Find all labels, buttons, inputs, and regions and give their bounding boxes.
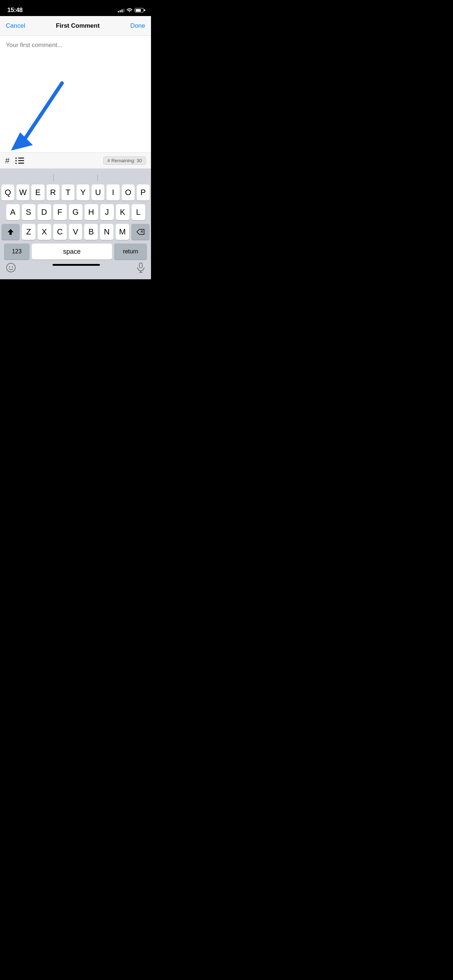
remaining-badge: # Remaining: 30 [103, 156, 146, 165]
wifi-icon [126, 8, 132, 13]
numbers-key[interactable]: 123 [4, 243, 30, 259]
key-k[interactable]: K [116, 204, 129, 220]
key-l[interactable]: L [132, 204, 145, 220]
key-u[interactable]: U [91, 185, 104, 200]
key-e[interactable]: E [31, 185, 44, 200]
nav-bar: Cancel First Comment Done [0, 16, 151, 36]
key-m[interactable]: M [116, 224, 129, 240]
return-key[interactable]: return [114, 243, 147, 259]
key-d[interactable]: D [38, 204, 51, 220]
shift-key[interactable] [2, 224, 20, 240]
status-bar: 15:48 [0, 0, 151, 16]
cancel-button[interactable]: Cancel [6, 22, 25, 30]
key-s[interactable]: S [22, 204, 35, 220]
content-area [0, 36, 151, 153]
key-row-1: Q W E R T Y U I O P [2, 185, 150, 200]
mic-button[interactable] [136, 262, 145, 275]
key-x[interactable]: X [38, 224, 51, 240]
comment-textarea[interactable] [0, 36, 151, 153]
keyboard-top-bar [0, 169, 151, 183]
svg-point-3 [9, 266, 10, 267]
key-o[interactable]: O [122, 185, 135, 200]
key-n[interactable]: N [100, 224, 113, 240]
svg-rect-5 [139, 263, 142, 268]
svg-point-2 [6, 263, 15, 272]
keyboard-area: Q W E R T Y U I O P A S D F G H J K L [0, 169, 151, 279]
cursor-line-left [53, 174, 54, 181]
toolbar: # # Remaining: 30 [0, 153, 151, 169]
battery-icon [135, 8, 144, 13]
key-v[interactable]: V [69, 224, 83, 240]
key-p[interactable]: P [137, 185, 150, 200]
key-h[interactable]: H [85, 204, 98, 220]
key-w[interactable]: W [16, 185, 29, 200]
key-g[interactable]: G [69, 204, 83, 220]
nav-title: First Comment [56, 22, 100, 30]
key-q[interactable]: Q [2, 185, 14, 200]
home-indicator [53, 264, 100, 266]
key-c[interactable]: C [53, 224, 67, 240]
key-t[interactable]: T [62, 185, 74, 200]
key-z[interactable]: Z [22, 224, 35, 240]
key-a[interactable]: A [6, 204, 20, 220]
status-time: 15:48 [7, 6, 22, 14]
key-b[interactable]: B [84, 224, 98, 240]
backspace-key[interactable] [131, 224, 150, 240]
emoji-button[interactable] [6, 262, 16, 275]
status-icons [118, 8, 144, 13]
key-row-4: 123 space return [2, 243, 150, 259]
svg-point-4 [12, 266, 13, 267]
list-button[interactable] [15, 158, 24, 164]
keyboard-rows: Q W E R T Y U I O P A S D F G H J K L [0, 183, 151, 259]
key-i[interactable]: I [107, 185, 119, 200]
key-y[interactable]: Y [77, 185, 89, 200]
hashtag-button[interactable]: # [5, 156, 10, 165]
key-row-3: Z X C V B N M [2, 224, 150, 240]
key-row-2: A S D F G H J K L [2, 204, 150, 220]
done-button[interactable]: Done [130, 22, 145, 30]
toolbar-left: # [5, 156, 24, 165]
key-f[interactable]: F [53, 204, 67, 220]
cursor-line-right [97, 174, 98, 181]
space-key[interactable]: space [32, 243, 112, 259]
signal-icon [118, 8, 124, 13]
keyboard-bottom [0, 259, 151, 279]
key-j[interactable]: J [100, 204, 114, 220]
key-r[interactable]: R [47, 185, 59, 200]
